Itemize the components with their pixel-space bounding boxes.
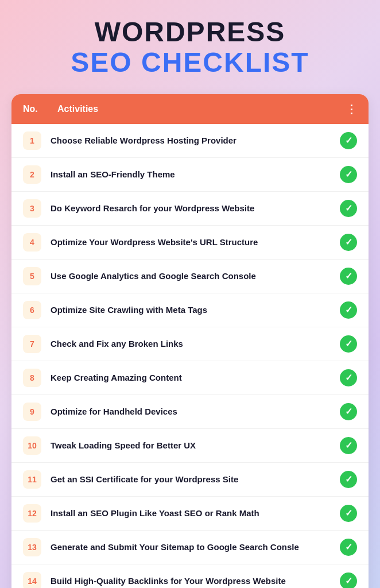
- checklist-container: No. Activities ⋮ 1Choose Reliable Wordpr…: [11, 94, 369, 588]
- table-row[interactable]: 10Tweak Loading Speed for Better UX: [11, 429, 369, 463]
- table-row[interactable]: 14Build High-Quality Backlinks for Your …: [11, 564, 369, 588]
- table-row[interactable]: 12Install an SEO Plugin Like Yoast SEO o…: [11, 497, 369, 531]
- check-icon: [340, 166, 357, 183]
- item-number: 9: [23, 403, 41, 421]
- table-row[interactable]: 13Generate and Submit Your Sitemap to Go…: [11, 531, 369, 564]
- item-number: 11: [23, 470, 41, 489]
- item-text: Generate and Submit Your Sitemap to Goog…: [51, 542, 340, 552]
- item-number: 13: [23, 538, 41, 556]
- header-no-label: No.: [23, 104, 46, 114]
- item-text: Build High-Quality Backlinks for Your Wo…: [51, 576, 340, 586]
- check-icon: [340, 335, 357, 353]
- check-icon: [340, 437, 357, 454]
- check-icon: [340, 301, 357, 319]
- check-icon: [340, 132, 357, 149]
- item-number: 3: [23, 199, 41, 218]
- table-row[interactable]: 2Install an SEO-Friendly Theme: [11, 158, 369, 192]
- item-number: 2: [23, 165, 41, 184]
- item-text: Get an SSI Certificate for your Wordpres…: [51, 474, 340, 484]
- check-icon: [340, 505, 357, 522]
- item-text: Do Keyword Resarch for your Wordpress We…: [51, 203, 340, 213]
- checklist-rows: 1Choose Reliable Wordpress Hosting Provi…: [11, 124, 369, 588]
- item-text: Optimize Your Wordpress Website's URL St…: [51, 237, 340, 247]
- item-number: 4: [23, 233, 41, 252]
- table-row[interactable]: 3Do Keyword Resarch for your Wordpress W…: [11, 192, 369, 226]
- title-seo: SEO CHECKLIST: [11, 48, 369, 78]
- item-number: 12: [23, 504, 41, 523]
- check-icon: [340, 471, 357, 488]
- table-row[interactable]: 8Keep Creating Amazing Content: [11, 361, 369, 395]
- item-number: 6: [23, 301, 41, 319]
- item-text: Optimize for Handheld Devices: [51, 407, 340, 416]
- item-text: Install an SEO Plugin Like Yoast SEO or …: [51, 508, 340, 518]
- table-row[interactable]: 6Optimize Site Crawling with Meta Tags: [11, 293, 369, 327]
- check-icon: [340, 572, 357, 588]
- check-icon: [340, 369, 357, 386]
- item-text: Keep Creating Amazing Content: [51, 373, 340, 382]
- item-text: Optimize Site Crawling with Meta Tags: [51, 305, 340, 315]
- item-number: 10: [23, 436, 41, 455]
- item-number: 1: [23, 131, 41, 150]
- item-text: Install an SEO-Friendly Theme: [51, 169, 340, 179]
- check-icon: [340, 539, 357, 556]
- check-icon: [340, 200, 357, 217]
- item-text: Tweak Loading Speed for Better UX: [51, 440, 340, 450]
- item-text: Use Google Analytics and Google Search C…: [51, 271, 340, 281]
- header-activities-label: Activities: [57, 104, 334, 114]
- check-icon: [340, 234, 357, 251]
- title-section: WORDPRESS SEO CHECKLIST: [11, 17, 369, 78]
- item-number: 14: [23, 572, 41, 588]
- item-number: 7: [23, 335, 41, 353]
- table-row[interactable]: 11Get an SSI Certificate for your Wordpr…: [11, 463, 369, 497]
- table-row[interactable]: 9Optimize for Handheld Devices: [11, 395, 369, 429]
- check-icon: [340, 268, 357, 285]
- item-number: 8: [23, 369, 41, 387]
- table-row[interactable]: 4Optimize Your Wordpress Website's URL S…: [11, 226, 369, 260]
- table-row[interactable]: 5Use Google Analytics and Google Search …: [11, 260, 369, 293]
- header-menu-dots[interactable]: ⋮: [346, 102, 357, 116]
- item-text: Choose Reliable Wordpress Hosting Provid…: [51, 136, 340, 145]
- table-row[interactable]: 7Check and Fix any Broken Links: [11, 327, 369, 361]
- title-wordpress: WORDPRESS: [11, 17, 369, 48]
- item-number: 5: [23, 267, 41, 285]
- item-text: Check and Fix any Broken Links: [51, 339, 340, 349]
- table-row[interactable]: 1Choose Reliable Wordpress Hosting Provi…: [11, 124, 369, 158]
- check-icon: [340, 403, 357, 420]
- checklist-header: No. Activities ⋮: [11, 94, 369, 124]
